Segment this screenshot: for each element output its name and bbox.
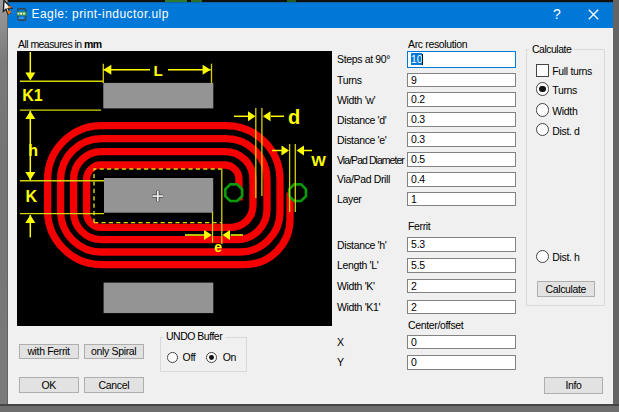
svg-text:h: h bbox=[28, 142, 38, 159]
svg-text:W: W bbox=[311, 152, 326, 169]
svg-text:e: e bbox=[214, 239, 222, 255]
svg-text:L: L bbox=[154, 62, 163, 79]
svg-text:K1: K1 bbox=[22, 87, 43, 104]
svg-text:d: d bbox=[288, 106, 300, 128]
svg-text:K: K bbox=[25, 188, 37, 205]
